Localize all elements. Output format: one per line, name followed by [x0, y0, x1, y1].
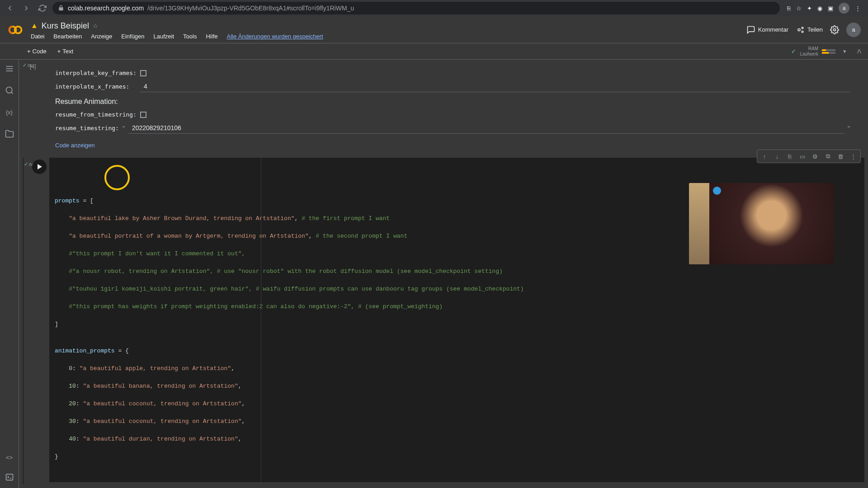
menu-datei[interactable]: Datei — [31, 33, 44, 40]
runtime-dropdown-icon[interactable]: ▾ — [839, 46, 850, 57]
url-host: colab.research.google.com — [68, 5, 144, 12]
terminal-icon[interactable] — [4, 472, 15, 483]
run-button[interactable] — [32, 160, 47, 174]
toc-icon[interactable] — [4, 63, 15, 74]
reload-button[interactable] — [36, 2, 49, 14]
forward-button[interactable] — [20, 2, 33, 14]
menu-anzeige[interactable]: Anzeige — [91, 33, 112, 40]
show-code-link[interactable]: Code anzeigen — [48, 138, 857, 152]
colab-header: ▲ Kurs Beispiel ☆ Datei Bearbeiten Anzei… — [0, 16, 868, 43]
svg-point-2 — [798, 28, 800, 31]
url-path: /drive/13G9KHyMviOuJ3pzp-VRd5GObE8r8xqA1… — [147, 5, 354, 12]
svg-point-5 — [834, 28, 836, 31]
svg-point-3 — [802, 27, 803, 28]
bookmark-icon[interactable]: ☆ — [796, 5, 802, 12]
comment-icon[interactable]: ▭ — [796, 151, 809, 162]
resume-from-checkbox[interactable] — [140, 112, 146, 118]
add-code-button[interactable]: + Code — [22, 46, 52, 56]
interpolate-key-label: interpolate_key_frames: — [55, 70, 137, 76]
svg-rect-11 — [6, 474, 13, 480]
files-icon[interactable] — [4, 128, 15, 139]
menu-bearbeiten[interactable]: Bearbeiten — [53, 33, 82, 40]
cell-toolbar: ↑ ↓ ⎘ ▭ ⚙ ⧉ 🗑 ⋮ — [757, 150, 861, 163]
avatar[interactable]: a — [846, 23, 861, 37]
extensions-icon[interactable]: ✦ — [807, 5, 812, 12]
toolbar: + Code + Text ✓ RAM Laufwerk ▾ ᐱ — [0, 43, 868, 60]
resume-from-label: resume_from_timestring: — [55, 111, 137, 118]
menu-einfuegen[interactable]: Einfügen — [121, 33, 144, 40]
svg-point-9 — [6, 87, 12, 93]
collapse-up-icon[interactable]: ᐱ — [854, 46, 864, 57]
move-down-icon[interactable]: ↓ — [771, 151, 783, 162]
cell-exec-count: [4] — [30, 63, 36, 70]
resume-header: Resume Animation: — [55, 98, 850, 106]
highlight-annotation — [104, 165, 130, 190]
left-sidebar: {x} <> — [0, 60, 19, 488]
main-area[interactable]: ✓0s [4] interpolate_key_frames: interpol… — [19, 60, 868, 488]
account-icon[interactable]: ◉ — [817, 5, 822, 12]
settings-button[interactable] — [830, 25, 839, 34]
webcam-overlay — [689, 183, 834, 264]
url-bar[interactable]: colab.research.google.com/drive/13G9KHyM… — [52, 2, 780, 14]
cell-5-code: ✓0s ↑ ↓ ⎘ ▭ ⚙ ⧉ 🗑 ⋮ prompts = [ "a beaut… — [23, 158, 864, 484]
quote-icon: " — [123, 125, 125, 132]
chrome-actions: ⎘ ☆ ✦ ◉ ▣ a ⋮ — [783, 3, 864, 14]
code-editor[interactable]: prompts = [ "a beautiful lake by Asher B… — [49, 158, 864, 482]
save-status[interactable]: Alle Änderungen wurden gespeichert — [226, 33, 323, 40]
interpolate-key-checkbox[interactable] — [140, 70, 146, 76]
panel-icon[interactable]: ▣ — [828, 5, 833, 12]
back-button[interactable] — [4, 2, 16, 14]
menu-tools[interactable]: Tools — [183, 33, 197, 40]
browser-chrome: colab.research.google.com/drive/13G9KHyM… — [0, 0, 868, 16]
add-text-button[interactable]: + Text — [52, 46, 79, 56]
link-icon[interactable]: ⎘ — [783, 151, 796, 162]
colab-logo[interactable] — [7, 22, 24, 38]
quote-icon: " — [848, 125, 850, 132]
menu-hilfe[interactable]: Hilfe — [206, 33, 217, 40]
delete-icon[interactable]: 🗑 — [834, 151, 847, 162]
star-icon[interactable]: ☆ — [93, 23, 98, 29]
drive-icon: ▲ — [31, 22, 38, 30]
comment-button[interactable]: Kommentar — [746, 25, 788, 34]
resume-ts-input[interactable] — [128, 122, 844, 134]
svg-point-4 — [802, 31, 803, 32]
lock-icon — [58, 5, 64, 11]
svg-line-10 — [11, 92, 13, 94]
more-icon[interactable]: ⋮ — [847, 151, 859, 162]
variables-icon[interactable]: {x} — [4, 107, 15, 117]
menu-bar: Datei Bearbeiten Anzeige Einfügen Laufze… — [31, 33, 746, 40]
share-button[interactable]: Teilen — [796, 25, 823, 34]
interpolate-x-label: interpolate_x_frames: — [55, 83, 137, 90]
resume-ts-label: resume_timestring: — [55, 125, 119, 131]
search-icon[interactable] — [4, 85, 15, 96]
move-up-icon[interactable]: ↑ — [758, 151, 771, 162]
menu-icon[interactable]: ⋮ — [855, 5, 861, 12]
menu-laufzeit[interactable]: Laufzeit — [154, 33, 175, 40]
resource-meter[interactable]: RAM Laufwerk — [800, 46, 818, 57]
settings-icon[interactable]: ⚙ — [809, 151, 821, 162]
mirror-icon[interactable]: ⧉ — [821, 151, 834, 162]
profile-icon[interactable]: a — [839, 3, 849, 14]
cell-6-form: ✓0s [6] Load Settings override_settings_… — [23, 486, 864, 488]
snippets-icon[interactable]: <> — [4, 452, 15, 463]
interpolate-x-input[interactable] — [140, 81, 850, 92]
connected-check-icon: ✓ — [791, 48, 796, 55]
translate-icon[interactable]: ⎘ — [787, 5, 791, 12]
cell-4-form: ✓0s [4] interpolate_key_frames: interpol… — [23, 61, 864, 156]
doc-title[interactable]: Kurs Beispiel — [42, 21, 89, 31]
